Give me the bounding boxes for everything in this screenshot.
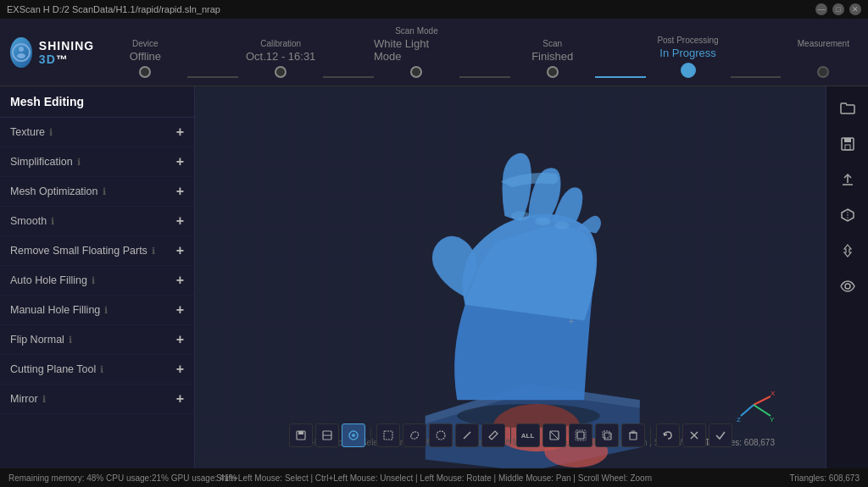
sidebar-item-0[interactable]: Texture ℹ + (0, 118, 194, 147)
toolbar-area: ALL (195, 423, 826, 447)
svg-text:+: + (568, 316, 574, 326)
sidebar-item-label-2: Mesh Optimization (10, 185, 98, 197)
confirm-toolbar-btn[interactable] (709, 423, 732, 447)
svg-point-57 (845, 284, 850, 289)
3d-view-button[interactable] (832, 200, 863, 230)
svg-text:Y: Y (770, 416, 775, 423)
step-device: Device Offline (103, 39, 187, 78)
viewport[interactable]: + Shift+Left Mouse: Select | Ctrl+Left M… (195, 86, 826, 468)
status-left: Remaining memory: 48% CPU usage:21% GPU … (8, 473, 236, 483)
svg-point-2 (17, 53, 25, 58)
eraser-toolbar-btn[interactable] (481, 423, 505, 447)
info-icon-0: ℹ (49, 127, 53, 138)
add-btn-6[interactable]: + (176, 303, 184, 317)
maximize-button[interactable]: □ (832, 3, 844, 15)
measurement-dot (817, 66, 829, 78)
save-file-button[interactable] (832, 129, 863, 159)
separator-3 (650, 427, 651, 444)
toolbar-group-1 (289, 423, 365, 447)
svg-rect-47 (632, 431, 635, 433)
expand-toolbar-btn[interactable] (569, 423, 593, 447)
select-lasso-toolbar-btn[interactable] (403, 423, 426, 447)
status-center: Shift+Left Mouse: Select | Ctrl+Left Mou… (216, 473, 652, 483)
svg-rect-41 (577, 432, 584, 439)
svg-rect-31 (298, 431, 303, 434)
calibration-dot (275, 66, 287, 78)
all-toolbar-btn[interactable]: ALL (516, 423, 540, 447)
add-btn-2[interactable]: + (176, 185, 184, 198)
toolbar-group-4 (656, 423, 732, 447)
post-processing-dot (681, 63, 696, 78)
sidebar-item-5[interactable]: Auto Hole Filling ℹ + (0, 266, 194, 296)
sidebar-item-1[interactable]: Simplification ℹ + (0, 147, 194, 177)
add-btn-7[interactable]: + (176, 333, 184, 346)
add-btn-9[interactable]: + (176, 392, 184, 406)
svg-point-35 (352, 434, 355, 437)
sidebar-item-4[interactable]: Remove Small Floating Parts ℹ + (0, 236, 194, 266)
workflow: Device Offline Calibration Oct.12 - 16:3… (103, 26, 865, 78)
add-btn-0[interactable]: + (176, 125, 184, 139)
step-scan: Scan Finished (510, 39, 595, 78)
invert-toolbar-btn[interactable] (542, 423, 566, 447)
sidebar-item-9[interactable]: Mirror ℹ + (0, 385, 194, 414)
layers-toolbar-btn[interactable] (315, 423, 339, 447)
device-dot (139, 66, 151, 78)
svg-rect-44 (603, 431, 609, 438)
logo-area: SHINING 3D™ (10, 37, 103, 68)
sidebar-item-label-3: Smooth (10, 215, 47, 227)
eye-button[interactable] (832, 271, 863, 302)
svg-point-1 (19, 47, 24, 52)
svg-text:Z: Z (737, 416, 741, 423)
save-toolbar-btn[interactable] (289, 423, 313, 447)
right-panel (826, 86, 868, 468)
close-button[interactable]: ✕ (849, 3, 861, 15)
add-btn-4[interactable]: + (176, 244, 184, 257)
svg-rect-36 (384, 431, 392, 440)
sidebar-item-label-5: Auto Hole Filling (10, 274, 87, 286)
step-calibration: Calibration Oct.12 - 16:31 (238, 39, 323, 78)
connector-5 (731, 76, 782, 78)
copy-toolbar-btn[interactable] (595, 423, 619, 447)
folder-button[interactable] (832, 93, 863, 124)
sidebar-item-3[interactable]: Smooth ℹ + (0, 207, 194, 236)
export-button[interactable] (832, 164, 863, 195)
sidebar-item-2[interactable]: Mesh Optimization ℹ + (0, 177, 194, 207)
info-icon-9: ℹ (42, 394, 46, 405)
svg-rect-43 (604, 433, 611, 440)
sidebar-item-label-6: Manual Hole Filling (10, 304, 100, 316)
add-btn-1[interactable]: + (176, 155, 184, 169)
titlebar: EXScan H D:/2 ScanData/H1.1/rapid/rapid.… (0, 0, 868, 19)
add-btn-3[interactable]: + (176, 214, 184, 228)
svg-rect-52 (845, 145, 850, 150)
logo-icon (10, 37, 32, 68)
svg-point-20 (535, 218, 551, 225)
scan-mode-dot (410, 66, 422, 78)
step-measurement: Measurement (781, 39, 865, 78)
cancel-toolbar-btn[interactable] (682, 423, 706, 447)
sidebar: Mesh Editing Texture ℹ + Simplification … (0, 86, 195, 468)
sidebar-item-7[interactable]: Flip Normal ℹ + (0, 325, 194, 355)
step-post-processing: Post Processing In Progress (646, 36, 731, 78)
info-icon-5: ℹ (92, 275, 95, 286)
axes-widget: X Y Z (732, 384, 775, 426)
undo-toolbar-btn[interactable] (656, 423, 680, 447)
pen-toolbar-btn[interactable] (455, 423, 479, 447)
info-icon-2: ℹ (103, 186, 106, 197)
brush-toolbar-btn[interactable] (429, 423, 453, 447)
step-scan-mode: Scan Mode White Light Mode (374, 26, 459, 78)
toolbar-group-2 (376, 423, 505, 447)
add-btn-5[interactable]: + (176, 274, 184, 287)
select-rect-toolbar-btn[interactable] (376, 423, 400, 447)
cursor-toolbar-btn[interactable] (342, 423, 365, 447)
titlebar-controls: — □ ✕ (815, 3, 861, 15)
add-btn-8[interactable]: + (176, 362, 184, 376)
sidebar-item-8[interactable]: Cutting Plane Tool ℹ + (0, 355, 194, 385)
separator-1 (370, 427, 371, 444)
info-icon-3: ℹ (51, 216, 54, 227)
minimize-button[interactable]: — (815, 3, 827, 15)
sidebar-item-label-7: Flip Normal (10, 334, 64, 346)
measure-button[interactable] (832, 235, 863, 266)
delete-toolbar-btn[interactable] (621, 423, 645, 447)
info-icon-8: ℹ (100, 364, 103, 375)
sidebar-item-6[interactable]: Manual Hole Filling ℹ + (0, 296, 194, 325)
